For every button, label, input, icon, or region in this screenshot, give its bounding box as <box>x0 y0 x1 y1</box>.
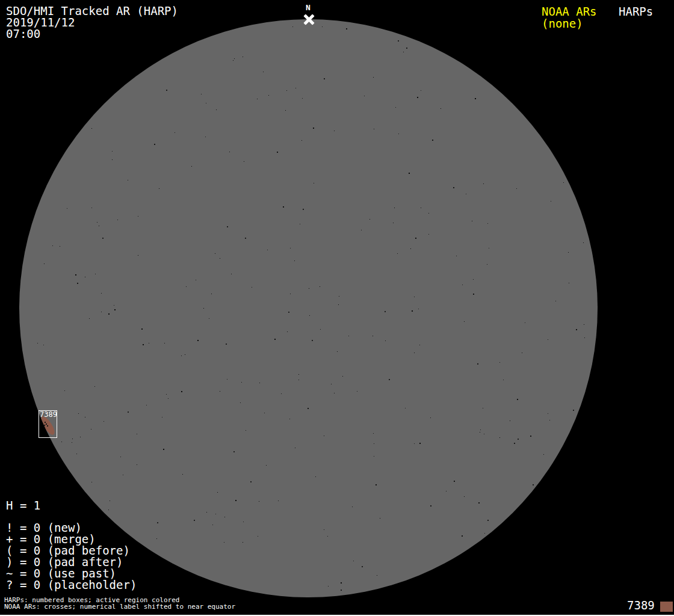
magnetic-speck <box>361 230 362 230</box>
magnetic-speck <box>406 48 407 49</box>
magnetic-speck <box>163 449 164 450</box>
magnetic-speck <box>215 253 215 254</box>
magnetic-speck <box>91 128 92 129</box>
magnetic-speck <box>430 417 431 418</box>
magnetic-speck <box>313 128 314 129</box>
magnetic-speck <box>499 362 500 363</box>
magnetic-speck <box>548 413 548 414</box>
magnetic-speck <box>395 107 396 108</box>
magnetic-speck <box>114 309 116 310</box>
magnetic-speck <box>415 238 416 239</box>
magnetic-speck <box>110 500 110 501</box>
magnetic-speck <box>480 430 481 430</box>
magnetic-speck <box>464 321 465 322</box>
magnetic-speck <box>472 221 472 221</box>
magnetic-speck <box>60 246 60 247</box>
magnetic-speck <box>473 294 474 295</box>
magnetic-speck <box>89 318 90 319</box>
magnetic-speck <box>563 182 564 183</box>
magnetic-speck <box>573 410 574 411</box>
magnetic-speck <box>220 391 220 392</box>
magnetic-speck <box>257 99 258 99</box>
magnetic-speck <box>348 336 349 336</box>
magnetic-speck <box>91 429 91 430</box>
magnetic-speck <box>164 343 165 343</box>
magnetic-speck <box>432 140 433 141</box>
magnetic-speck <box>393 223 394 223</box>
magnetic-speck <box>157 522 158 523</box>
magnetic-speck <box>576 329 577 330</box>
magnetic-speck <box>274 339 276 340</box>
magnetic-speck <box>412 310 413 312</box>
magnetic-speck <box>120 457 121 457</box>
magnetic-speck <box>377 575 377 576</box>
magnetic-speck <box>462 535 463 537</box>
magnetic-speck <box>298 374 299 375</box>
magnetic-speck <box>259 383 260 383</box>
magnetic-speck <box>117 220 118 220</box>
magnetic-speck <box>212 525 213 525</box>
magnetic-speck <box>267 250 268 250</box>
magnetic-speck <box>191 166 192 167</box>
magnetic-speck <box>266 465 267 466</box>
magnetic-speck <box>374 456 374 457</box>
magnetic-speck <box>206 512 207 513</box>
magnetic-speck <box>327 536 328 537</box>
magnetic-speck <box>483 183 484 184</box>
magnetic-speck <box>324 78 325 79</box>
magnetic-speck <box>405 408 406 408</box>
magnetic-speck <box>91 208 92 208</box>
magnetic-speck <box>75 274 76 276</box>
magnetic-speck <box>374 129 374 129</box>
magnetic-speck <box>489 248 489 248</box>
magnetic-speck <box>295 88 296 88</box>
magnetic-speck <box>342 376 343 377</box>
magnetic-speck <box>277 152 278 153</box>
magnetic-speck <box>76 454 77 454</box>
magnetic-speck <box>226 343 227 345</box>
magnetic-speck <box>551 201 551 202</box>
magnetic-speck <box>516 188 517 189</box>
magnetic-speck <box>569 283 569 283</box>
magnetic-speck <box>373 433 374 434</box>
magnetic-speck <box>149 343 149 343</box>
magnetic-speck <box>454 481 455 482</box>
magnetic-speck <box>484 434 484 434</box>
magnetic-speck <box>80 437 81 437</box>
magnetic-speck <box>475 98 476 99</box>
magnetic-speck <box>362 566 363 567</box>
harp-map-image: 7389 N SDO/HMI Tracked AR (HARP) 2019/11… <box>0 0 674 616</box>
magnetic-speck <box>289 419 290 419</box>
magnetic-speck <box>77 283 78 284</box>
magnetic-speck <box>43 345 44 345</box>
harp-color-swatch <box>660 602 673 612</box>
harp-key-id: 7389 <box>627 600 655 611</box>
magnetic-speck <box>334 393 335 393</box>
magnetic-speck <box>314 183 314 183</box>
magnetic-speck <box>309 315 310 316</box>
magnetic-speck <box>258 536 258 537</box>
magnetic-speck <box>510 420 510 421</box>
magnetic-speck <box>67 208 67 209</box>
magnetic-speck <box>128 180 128 180</box>
magnetic-speck <box>175 132 175 133</box>
magnetic-speck <box>315 476 316 477</box>
magnetic-speck <box>229 152 230 152</box>
magnetic-speck <box>341 582 342 584</box>
magnetic-speck <box>414 443 415 444</box>
magnetic-speck <box>462 285 463 285</box>
magnetic-speck <box>61 442 62 442</box>
magnetic-speck <box>286 90 287 91</box>
north-label: N <box>303 4 314 11</box>
magnetic-speck <box>166 394 167 395</box>
magnetic-speck <box>217 492 218 493</box>
magnetic-speck <box>194 520 195 521</box>
magnetic-speck <box>141 328 143 330</box>
magnetic-speck <box>341 590 342 591</box>
magnetic-speck <box>441 108 441 109</box>
magnetic-speck <box>298 380 299 380</box>
magnetic-speck <box>478 502 480 504</box>
magnetic-speck <box>166 90 167 91</box>
magnetic-speck <box>549 420 550 420</box>
magnetic-speck <box>181 391 182 392</box>
